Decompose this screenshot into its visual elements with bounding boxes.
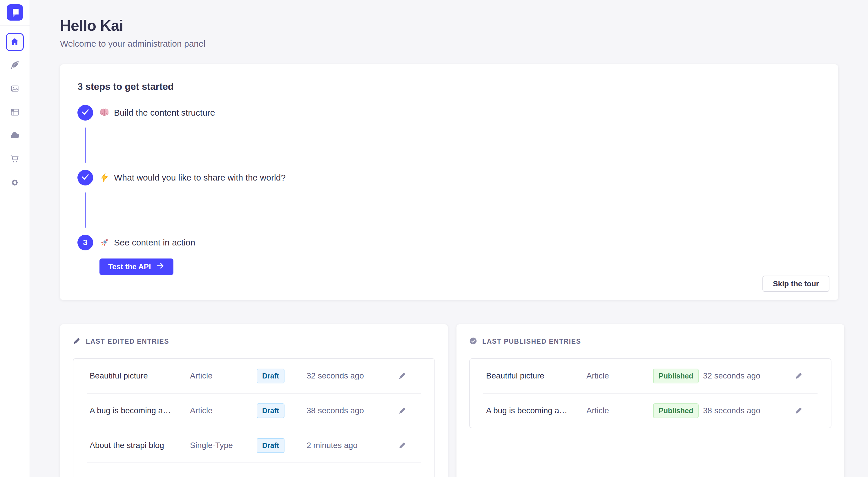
step-label: See content in action — [114, 238, 195, 247]
entry-time: 2 minutes ago — [307, 441, 398, 450]
step-done-indicator — [78, 105, 93, 121]
entry-title: Beautiful picture — [486, 371, 586, 380]
table-row: Beautiful picture Article Published 32 s… — [470, 359, 831, 393]
edit-entry-button[interactable] — [794, 406, 803, 415]
entry-time: 32 seconds ago — [703, 371, 794, 380]
feather-icon — [10, 60, 20, 71]
panel-title: LAST PUBLISHED ENTRIES — [482, 338, 581, 345]
workspace-logo-section — [0, 0, 30, 26]
pencil-icon — [73, 337, 81, 346]
sidebar-item-home[interactable] — [6, 33, 24, 51]
skip-the-tour-button[interactable]: Skip the tour — [763, 276, 830, 292]
step-label: What would you like to share with the wo… — [114, 173, 286, 182]
images-icon — [10, 84, 20, 95]
arrow-right-icon — [156, 262, 165, 272]
sidebar-item-content-manager[interactable] — [6, 57, 24, 74]
edit-entry-button[interactable] — [398, 372, 407, 380]
edit-entry-button[interactable] — [794, 372, 803, 380]
home-icon — [10, 37, 20, 47]
guided-tour-card: 3 steps to get started — [60, 64, 838, 300]
sidebar-icon-list — [0, 26, 30, 197]
entry-time: 38 seconds ago — [307, 406, 398, 415]
test-the-api-button[interactable]: Test the API — [99, 259, 174, 275]
step-number: 3 — [83, 238, 88, 247]
brain-emoji — [99, 108, 109, 118]
step-connector-line — [85, 193, 86, 228]
panel-title: LAST EDITED ENTRIES — [86, 338, 169, 345]
last-published-entries-panel: LAST PUBLISHED ENTRIES Beautiful picture… — [457, 324, 844, 477]
cloud-icon — [10, 131, 20, 141]
rocket-emoji — [99, 238, 109, 247]
cart-icon — [10, 154, 20, 165]
table-spacer — [73, 463, 434, 477]
entry-type: Article — [586, 371, 653, 380]
guided-tour-title: 3 steps to get started — [78, 81, 821, 92]
sidebar-item-content-type-builder[interactable] — [6, 103, 24, 122]
test-the-api-label: Test the API — [108, 262, 151, 271]
status-badge: Draft — [257, 369, 284, 383]
step-see-content-in-action: 3 — [78, 235, 821, 275]
sidebar-item-media-library[interactable] — [6, 80, 24, 98]
entry-time: 38 seconds ago — [703, 406, 794, 415]
status-badge: Published — [653, 403, 699, 418]
sidebar-item-settings[interactable] — [6, 174, 24, 192]
status-badge: Draft — [257, 438, 284, 453]
table-row: Beautiful picture Article Draft 32 secon… — [73, 359, 434, 393]
edit-entry-button[interactable] — [398, 441, 407, 450]
layout-icon — [10, 107, 20, 118]
entry-type: Article — [586, 406, 653, 415]
edit-entry-button[interactable] — [398, 406, 407, 415]
table-row: A bug is becoming a… Article Draft 38 se… — [73, 394, 434, 428]
step-label: Build the content structure — [114, 108, 215, 118]
sidebar-item-deploy[interactable] — [6, 127, 24, 145]
check-icon — [78, 169, 93, 186]
entry-title: Beautiful picture — [90, 371, 190, 380]
entry-title: A bug is becoming a… — [90, 406, 190, 415]
table-row: A bug is becoming a… Article Published 3… — [470, 394, 831, 428]
page-subtitle: Welcome to your administration panel — [60, 39, 838, 49]
entry-title: About the strapi blog — [90, 441, 190, 450]
zap-emoji — [99, 173, 109, 182]
status-badge: Published — [653, 369, 699, 383]
last-published-entries-table: Beautiful picture Article Published 32 s… — [469, 358, 832, 428]
last-edited-entries-table: Beautiful picture Article Draft 32 secon… — [73, 358, 435, 477]
step-build-content-structure: Build the content structure — [78, 105, 821, 121]
status-badge: Draft — [257, 403, 284, 418]
step-done-indicator — [78, 170, 93, 185]
entries-panels: LAST EDITED ENTRIES Beautiful picture Ar… — [60, 324, 838, 477]
entry-time: 32 seconds ago — [307, 371, 398, 380]
step-number-indicator: 3 — [78, 235, 93, 250]
entry-type: Article — [190, 371, 257, 380]
table-row: About the strapi blog Single-Type Draft … — [73, 428, 434, 463]
check-icon — [78, 104, 93, 122]
entry-type: Single-Type — [190, 441, 257, 450]
entry-title: A bug is becoming a… — [486, 406, 586, 415]
page-title: Hello Kai — [60, 17, 838, 34]
check-circle-icon — [469, 337, 477, 346]
main-navigation — [0, 0, 30, 477]
main-content: Hello Kai Welcome to your administration… — [30, 0, 868, 477]
entry-type: Article — [190, 406, 257, 415]
step-connector-line — [85, 128, 86, 163]
guided-tour-steps: Build the content structure — [78, 105, 821, 275]
strapi-logo-icon[interactable] — [7, 4, 23, 21]
gear-icon — [10, 178, 20, 189]
step-share-with-world: What would you like to share with the wo… — [78, 170, 821, 185]
sidebar-item-marketplace[interactable] — [6, 150, 24, 168]
last-edited-entries-panel: LAST EDITED ENTRIES Beautiful picture Ar… — [60, 324, 448, 477]
